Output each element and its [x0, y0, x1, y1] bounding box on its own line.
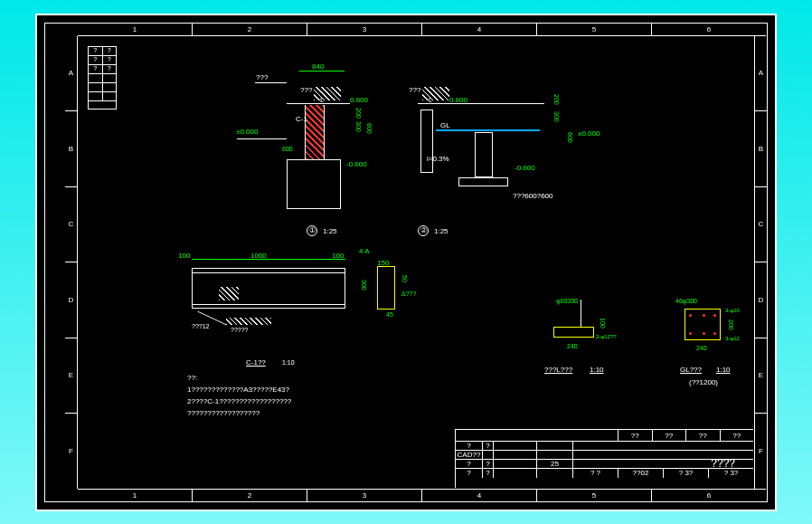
fig2-200: 200	[553, 94, 560, 105]
tb-top-2: ??	[653, 430, 687, 441]
ruler-top-5: 5	[537, 24, 652, 35]
fig1-grade-line	[287, 103, 350, 104]
fig2-slope: i=0.3%	[427, 155, 449, 163]
fig4-240: 240	[567, 343, 578, 349]
fig3-300: 300	[361, 280, 367, 291]
ruler-right: A B C D E F	[754, 36, 767, 489]
tb-r4-label: ?	[456, 469, 483, 478]
fig3-scale: 1:10	[282, 359, 295, 366]
dim-840	[299, 71, 345, 71]
fig4-plate	[553, 327, 594, 338]
fig1-hatch-label: ???	[300, 86, 312, 94]
fig5-bot: 3-φ12	[725, 336, 740, 341]
ruler-bottom-6: 6	[652, 490, 766, 501]
fig5-200: 200	[728, 319, 734, 330]
fig2-0600: 0.600	[449, 96, 467, 104]
ruler-bottom: 1 2 3 4 5 6	[78, 489, 766, 501]
ruler-top-3: 3	[307, 24, 422, 35]
fig3-50: 50	[401, 275, 408, 282]
dim-1000-line	[192, 259, 345, 260]
ruler-left-F: F	[65, 414, 77, 489]
ruler-left-C: C	[65, 187, 77, 263]
fig5-box	[685, 309, 721, 340]
fig2-m0600: -0.600	[515, 164, 535, 172]
fig1-callout-circle: ①	[307, 225, 317, 236]
revision-box: ?? ?? ??	[88, 46, 117, 110]
fig2-level0: ±0.000	[578, 129, 600, 138]
ruler-bottom-4: 4	[422, 490, 537, 501]
fig1-level0: ±0.000	[236, 128, 258, 136]
fig1-level0-line	[237, 138, 287, 139]
fig2-gl: GL	[440, 121, 450, 129]
fig5-paren: (??1200)	[689, 378, 718, 386]
tb-r4-c1: ? ?	[573, 469, 618, 478]
drawing-title: ????	[711, 457, 735, 470]
ruler-right-C: C	[755, 187, 767, 263]
drawing-content: ?? ?? ?? 840 ??? ??? 0.600 L C-1 ±0.000 …	[79, 37, 753, 488]
fig1-lowerdim: 600	[282, 146, 293, 152]
fig3-note-q: ?????	[231, 327, 248, 333]
fig3-cross	[219, 287, 239, 300]
tb-r1-label: ?	[456, 442, 483, 450]
dim-840-text: 840	[312, 62, 324, 71]
fig2-hatch-top	[422, 87, 449, 100]
ruler-top-4: 4	[422, 24, 537, 35]
fig3-flange-top	[192, 272, 345, 273]
fig2-col-mid	[475, 132, 493, 177]
fig1-scale: 1:25	[323, 227, 337, 235]
fig5-scale: 1:10	[716, 366, 731, 374]
fig3-note-12: ???12	[192, 323, 209, 329]
fig4-100: 100	[600, 318, 606, 329]
tb-top-4: ??	[721, 430, 754, 441]
ruler-left-A: A	[65, 36, 77, 112]
fig5-rb2	[703, 314, 705, 317]
fig2-600v: 600	[567, 132, 573, 143]
fig2-scale: 1:25	[434, 227, 448, 235]
fig5-rb1	[689, 314, 692, 317]
fig3-flange-bot	[192, 304, 345, 305]
fig3-title: C-1??	[246, 358, 266, 367]
fig4-scale: 1:10	[590, 366, 604, 374]
fig2-300: 300	[553, 111, 560, 122]
tb-r3-extra: 25	[537, 460, 573, 468]
ruler-bottom-2: 2	[193, 490, 307, 501]
tb-r4-c2: ??02	[618, 469, 664, 478]
ruler-bottom-3: 3	[307, 490, 422, 501]
fig5-46300: 46φ300	[675, 298, 697, 304]
fig3-4A: 4 A	[359, 247, 370, 255]
fig5-rb3	[713, 314, 716, 317]
fig3-h45: 45	[386, 311, 393, 318]
fig4-anchor: 2-φ12??	[596, 334, 617, 339]
tb-top-3: ??	[686, 430, 721, 441]
fig1-label-top: ???	[256, 73, 268, 81]
fig2-grade	[418, 103, 544, 104]
ruler-right-B: B	[755, 111, 767, 187]
tb-top-1: ??	[618, 430, 653, 441]
fig2-base: ???600?600	[513, 192, 553, 200]
fig1-c1: C-1	[296, 115, 307, 123]
fig1-800: 800	[366, 123, 373, 134]
ruler-right-A: A	[755, 36, 767, 112]
fig3-150: 150	[377, 259, 389, 267]
ruler-top: 1 2 3 4 5 6	[78, 24, 766, 36]
fig3-100a: 100	[178, 252, 190, 260]
ruler-left: A B C D E F	[65, 36, 78, 489]
ruler-top-2: 2	[193, 24, 307, 35]
fig2-hatch-label: ???	[409, 86, 420, 94]
fig3-1000: 1000	[250, 252, 267, 260]
fig4-title: ???L???	[544, 366, 572, 374]
fig2-callout-circle: ②	[418, 225, 429, 236]
notes-l2: 2????C-1??????????????????	[187, 397, 291, 405]
fig3-delta: Δ???	[401, 291, 416, 297]
fig5-rb5	[703, 332, 705, 335]
fig1-hatch-top	[314, 87, 341, 100]
fig3-bottom-hatch	[226, 318, 271, 325]
fig5-top: 3-φ10	[725, 308, 740, 313]
ruler-right-E: E	[755, 338, 767, 414]
fig1-m600: -0.600	[346, 160, 367, 168]
ruler-bottom-5: 5	[537, 490, 652, 501]
tb-r4-v: ?	[483, 469, 494, 478]
fig3-beam	[192, 268, 345, 309]
fig5-240: 240	[696, 345, 707, 351]
fig2-gl-line	[436, 129, 540, 135]
